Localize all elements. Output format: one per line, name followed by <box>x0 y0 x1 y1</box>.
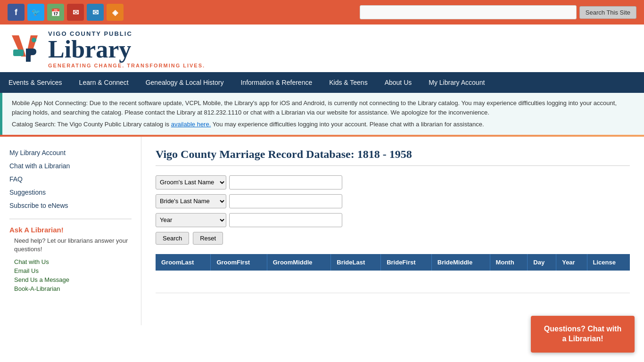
col-bridemiddle: BrideMiddle <box>431 254 490 271</box>
reset-button[interactable]: Reset <box>193 232 223 245</box>
nav-learn[interactable]: Learn & Connect <box>71 72 137 93</box>
twitter-icon[interactable]: 🐦 <box>27 4 44 21</box>
calendar-icon[interactable]: 📅 <box>47 4 64 21</box>
sidebar-enews[interactable]: Subscribe to eNews <box>9 199 132 212</box>
form-row-2: Bride's Last Name Bride's First Name Bri… <box>156 194 630 208</box>
col-groomfirst: GroomFirst <box>211 254 267 271</box>
main-layout: My Library Account Chat with a Librarian… <box>0 137 644 325</box>
svg-rect-2 <box>13 49 24 56</box>
sidebar-faq[interactable]: FAQ <box>9 173 132 186</box>
sidebar-send-message[interactable]: Send Us a Message <box>14 275 132 284</box>
sidebar-divider <box>9 219 132 219</box>
nav-events[interactable]: Events & Services <box>0 72 71 93</box>
sidebar-chat-us[interactable]: Chat with Us <box>14 257 132 266</box>
col-year: Year <box>556 254 587 271</box>
field1-input[interactable] <box>229 175 342 189</box>
col-day: Day <box>528 254 556 271</box>
alert-catalog-text: Catalog Search: The Vigo County Public L… <box>12 120 635 129</box>
results-table: GroomLast GroomFirst GroomMiddle BrideLa… <box>156 254 630 293</box>
search-this-site-button[interactable]: Search This Site <box>579 6 636 19</box>
nav-genealogy[interactable]: Genealogy & Local History <box>137 72 232 93</box>
search-input[interactable] <box>360 5 577 19</box>
alert-bar: Mobile App Not Connecting: Due to the re… <box>0 93 644 135</box>
results-tbody <box>156 271 630 293</box>
catalog-link[interactable]: available here. <box>171 121 211 128</box>
alert-main-text: Mobile App Not Connecting: Due to the re… <box>12 99 635 117</box>
sidebar-my-library-account[interactable]: My Library Account <box>9 146 132 159</box>
field3-input[interactable] <box>229 213 342 227</box>
svg-point-6 <box>32 38 36 42</box>
col-month: Month <box>490 254 528 271</box>
col-bridefirst: BrideFirst <box>381 254 432 271</box>
logo-library-text: Library <box>48 37 205 62</box>
top-bar: f 🐦 📅 ✉ ✉ ◈ Search This Site <box>0 0 644 25</box>
search-button[interactable]: Search <box>156 232 189 245</box>
table-header: GroomLast GroomFirst GroomMiddle BrideLa… <box>156 254 630 271</box>
col-bridelast: BrideLast <box>331 254 381 271</box>
search-area: Search This Site <box>360 5 636 19</box>
field2-select[interactable]: Bride's Last Name Bride's First Name Bri… <box>156 194 226 208</box>
email-circle-icon[interactable]: ✉ <box>67 4 84 21</box>
sidebar-book-librarian[interactable]: Book-A-Librarian <box>14 284 132 293</box>
logo-tagline: GENERATING CHANGE. TRANSFORMING LIVES. <box>48 63 205 68</box>
social-icons: f 🐦 📅 ✉ ✉ ◈ <box>8 4 124 21</box>
chat-with-librarian-button[interactable]: Questions? Chat with a Librarian! <box>531 316 635 325</box>
form-row-1: Groom's Last Name Groom's First Name Gro… <box>156 175 630 189</box>
ask-librarian-text: Need help? Let our librarians answer you… <box>14 237 132 254</box>
form-buttons: Search Reset <box>156 232 630 245</box>
col-groomlast: GroomLast <box>156 254 211 271</box>
content: Vigo County Marriage Record Database: 18… <box>141 137 644 325</box>
rss-icon[interactable]: ◈ <box>107 4 124 21</box>
nav-about[interactable]: About Us <box>376 72 421 93</box>
facebook-icon[interactable]: f <box>8 4 25 21</box>
field2-input[interactable] <box>229 194 342 208</box>
nav-info[interactable]: Information & Reference <box>232 72 321 93</box>
sidebar: My Library Account Chat with a Librarian… <box>0 137 141 325</box>
nav-kids[interactable]: Kids & Teens <box>321 72 376 93</box>
nav-account[interactable]: My Library Account <box>420 72 493 93</box>
table-row <box>156 271 630 293</box>
page-title: Vigo County Marriage Record Database: 18… <box>156 148 630 166</box>
main-nav: Events & Services Learn & Connect Geneal… <box>0 72 644 93</box>
logo-icon <box>9 31 42 68</box>
field1-select[interactable]: Groom's Last Name Groom's First Name Gro… <box>156 175 226 189</box>
col-groommiddle: GroomMiddle <box>267 254 331 271</box>
svg-rect-5 <box>26 49 36 54</box>
sidebar-suggestions[interactable]: Suggestions <box>9 186 132 199</box>
sidebar-chat[interactable]: Chat with a Librarian <box>9 159 132 173</box>
logo-text: VIGO COUNTY PUBLIC Library GENERATING CH… <box>48 30 205 68</box>
ask-librarian-title[interactable]: Ask A Librarian! <box>9 226 132 234</box>
col-license: License <box>587 254 630 271</box>
sidebar-email-us[interactable]: Email Us <box>14 266 132 275</box>
form-row-3: Year Month Day <box>156 213 630 227</box>
mail-icon[interactable]: ✉ <box>87 4 104 21</box>
logo-area: VIGO COUNTY PUBLIC Library GENERATING CH… <box>9 30 205 68</box>
field3-select[interactable]: Year Month Day <box>156 213 226 227</box>
header: VIGO COUNTY PUBLIC Library GENERATING CH… <box>0 25 644 72</box>
